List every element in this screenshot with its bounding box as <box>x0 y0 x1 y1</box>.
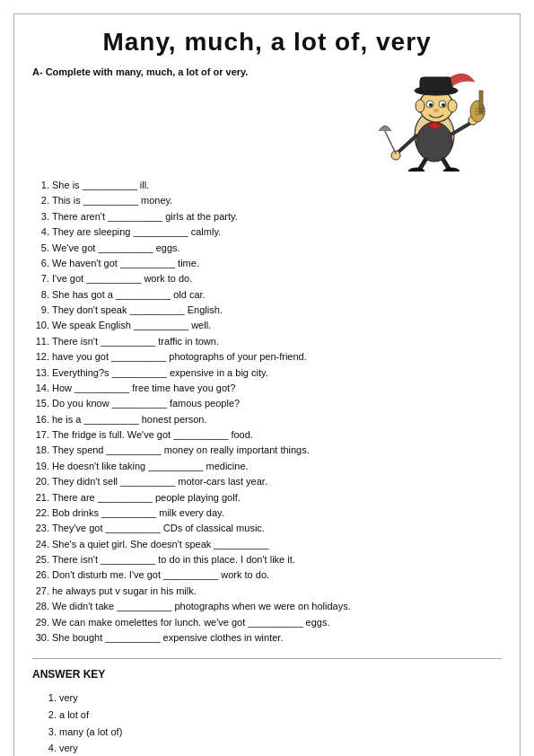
exercise-item: Everything?s __________ expensive in a b… <box>52 365 502 381</box>
exercise-item: The fridge is full. We've got __________… <box>52 427 502 443</box>
answer-item: very <box>59 740 502 756</box>
exercise-item: Do you know __________ famous people? <box>52 396 502 411</box>
svg-point-8 <box>442 103 445 107</box>
answer-item: many (a lot of) <box>59 724 502 741</box>
exercise-item: Bob drinks __________ milk every day. <box>52 505 502 521</box>
svg-point-10 <box>416 100 425 112</box>
svg-line-12 <box>397 136 416 154</box>
exercise-item: She has got a __________ old car. <box>52 287 502 303</box>
exercise-item: I've got __________ work to do. <box>52 271 502 286</box>
exercise-item: They've got __________ CDs of classical … <box>52 521 502 536</box>
answer-list: verya lot ofmany (a lot of)verya lot ofm… <box>32 690 502 756</box>
cartoon-image <box>367 66 502 173</box>
exercise-item: She's a quiet girl. She doesn't speak __… <box>52 537 502 552</box>
exercise-item: They are sleeping __________ calmly. <box>52 224 502 240</box>
exercise-item: he is a __________ honest person. <box>52 412 502 427</box>
divider <box>32 658 502 659</box>
svg-point-9 <box>433 109 439 112</box>
exercise-item: We can make omelettes for lunch. we've g… <box>52 615 502 630</box>
exercise-item: he always put v sugar in his milk. <box>52 584 502 599</box>
instruction-text: A- Complete with many, much, a lot of or… <box>32 66 248 79</box>
exercise-item: She bought __________ expensive clothes … <box>52 630 502 646</box>
exercise-item: They don't speak __________ English. <box>52 303 502 318</box>
exercise-item: Don't disturb me. I've got __________ wo… <box>52 567 502 583</box>
exercise-item: There are __________ people playing golf… <box>52 490 502 505</box>
exercise-item: He doesn't like taking __________ medici… <box>52 459 502 474</box>
exercise-item: How __________ free time have you got? <box>52 381 502 396</box>
exercises-section: She is __________ ill.This is __________… <box>32 178 502 646</box>
answer-item: very <box>59 690 502 707</box>
exercise-item: They didn't sell __________ motor-cars l… <box>52 474 502 489</box>
exercise-item: They spend __________ money on really im… <box>52 443 502 458</box>
exercise-item: This is __________ money. <box>52 193 502 208</box>
cartoon-svg <box>372 68 497 171</box>
page: Many, much, a lot of, very A- Complete w… <box>13 13 521 756</box>
svg-rect-17 <box>479 91 483 113</box>
exercise-item: We speak English __________ well. <box>52 318 502 333</box>
exercise-item: There isn't __________ to do in this pla… <box>52 552 502 567</box>
answer-key-title: ANSWER KEY <box>32 668 502 681</box>
svg-point-7 <box>429 103 433 107</box>
svg-line-25 <box>385 131 396 154</box>
svg-point-24 <box>443 168 460 171</box>
exercise-item: have you got __________ photographs of y… <box>52 349 502 365</box>
exercise-item: We've got __________ eggs. <box>52 241 502 256</box>
svg-line-13 <box>452 122 472 134</box>
exercise-item: There aren't __________ girls at the par… <box>52 209 502 224</box>
svg-rect-4 <box>420 77 452 92</box>
page-title: Many, much, a lot of, very <box>32 28 502 57</box>
svg-point-11 <box>448 100 457 112</box>
exercise-item: She is __________ ill. <box>52 178 502 193</box>
exercise-list: She is __________ ill.This is __________… <box>32 178 502 646</box>
exercise-item: We didn't take __________ photographs wh… <box>52 599 502 614</box>
header-section: A- Complete with many, much, a lot of or… <box>32 66 502 173</box>
answer-item: a lot of <box>59 707 502 724</box>
exercise-item: There isn't __________ traffic in town. <box>52 334 502 349</box>
exercise-item: We haven't got __________ time. <box>52 256 502 271</box>
